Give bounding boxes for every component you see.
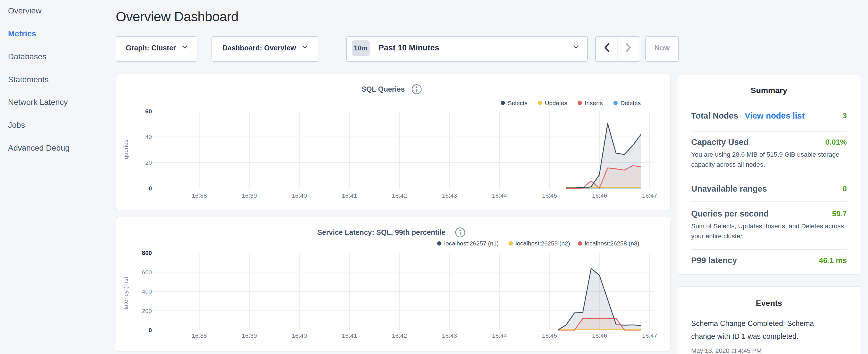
svg-text:16:43: 16:43 [442,192,457,199]
svg-text:16:47: 16:47 [642,192,657,199]
svg-text:16:42: 16:42 [392,332,407,339]
svg-text:400: 400 [142,288,152,295]
svg-text:16:41: 16:41 [342,332,357,339]
svg-text:16:44: 16:44 [492,332,507,339]
svg-text:Selects: Selects [508,100,528,106]
svg-text:16:40: 16:40 [292,332,307,339]
svg-text:16:41: 16:41 [342,192,357,199]
svg-text:16:44: 16:44 [492,192,507,199]
svg-text:Service Latency: SQL, 99th per: Service Latency: SQL, 99th percentile [317,228,445,236]
svg-text:Updates: Updates [545,100,567,106]
svg-text:SQL Queries: SQL Queries [361,85,405,93]
svg-text:16:40: 16:40 [292,192,307,199]
svg-text:0: 0 [149,185,152,192]
svg-text:0: 0 [149,327,152,333]
svg-text:16:39: 16:39 [242,332,257,339]
svg-text:800: 800 [142,250,152,256]
svg-text:localhost:26258 (n3): localhost:26258 (n3) [585,240,639,247]
svg-text:60: 60 [145,108,152,115]
svg-text:latency (ms): latency (ms) [122,277,129,309]
svg-text:16:45: 16:45 [542,332,557,339]
svg-text:600: 600 [142,269,152,276]
svg-text:localhost:26257 (n1): localhost:26257 (n1) [444,240,499,247]
svg-text:16:38: 16:38 [192,332,207,339]
svg-text:16:38: 16:38 [192,192,207,199]
svg-text:20: 20 [145,159,152,166]
svg-text:16:45: 16:45 [542,192,557,199]
svg-text:16:42: 16:42 [392,192,407,199]
svg-text:Inserts: Inserts [585,100,603,106]
svg-text:localhost:26259 (n2): localhost:26259 (n2) [516,240,570,247]
svg-text:16:46: 16:46 [592,192,607,199]
svg-text:200: 200 [142,308,152,314]
svg-text:queries: queries [122,139,129,159]
svg-text:16:43: 16:43 [442,332,457,339]
svg-text:16:47: 16:47 [642,332,657,339]
svg-text:16:46: 16:46 [592,332,607,339]
svg-text:40: 40 [145,133,152,140]
svg-text:16:39: 16:39 [242,192,257,199]
svg-text:Deletes: Deletes [620,100,641,106]
